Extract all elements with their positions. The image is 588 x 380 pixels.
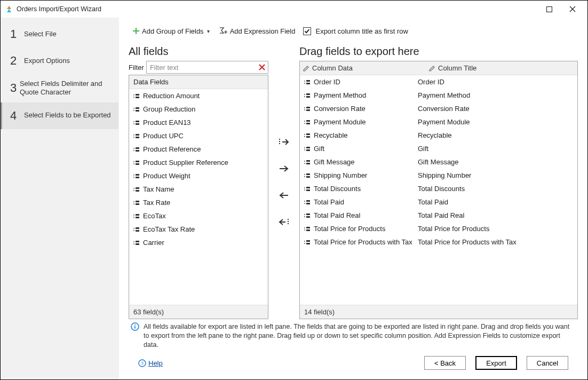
field-label: Reduction Amount [143, 92, 200, 100]
field-item[interactable]: EcoTax Tax Rate [129, 223, 268, 236]
wizard-step-3[interactable]: 3Select Fields Delimiter and Quote Chara… [1, 74, 118, 102]
all-fields-count: 63 field(s) [129, 305, 268, 319]
first-row-label[interactable]: Export column title as first row [315, 27, 408, 35]
drag-handle-icon [303, 78, 311, 86]
wizard-steps-sidebar: 1Select File2Export Options3Select Field… [1, 18, 119, 379]
add-group-label: Add Group of Fields [142, 27, 204, 35]
cancel-button[interactable]: Cancel [527, 356, 568, 370]
svg-rect-16 [136, 137, 139, 138]
drag-handle-icon [132, 106, 140, 113]
field-item[interactable]: Tax Name [129, 183, 268, 196]
svg-rect-28 [136, 177, 139, 178]
column-title-value: Total Discounts [418, 185, 465, 193]
svg-point-34 [133, 203, 134, 204]
back-button[interactable]: < Back [424, 356, 466, 370]
filter-row: Filter [129, 61, 268, 74]
column-data-value: Total Paid [314, 198, 344, 206]
svg-point-82 [304, 189, 305, 191]
pencil-icon [303, 65, 309, 72]
field-item[interactable]: Product Supplier Reference [129, 156, 268, 169]
column-data-header[interactable]: Column Data [300, 61, 426, 75]
svg-rect-52 [306, 83, 310, 84]
svg-point-21 [133, 161, 134, 162]
svg-rect-24 [136, 163, 139, 165]
svg-rect-51 [306, 80, 310, 82]
field-item[interactable]: EcoTax [129, 209, 268, 223]
add-group-button[interactable]: Add Group of Fields ▾ [129, 25, 213, 38]
drag-handle-icon [303, 239, 311, 246]
wizard-step-1[interactable]: 1Select File [1, 21, 118, 48]
svg-point-50 [304, 83, 305, 84]
export-field-row[interactable]: Gift MessageGift Message [300, 155, 577, 169]
export-field-row[interactable]: Shipping NumberShipping Number [300, 169, 577, 182]
column-title-header[interactable]: Column Title [426, 61, 577, 75]
svg-rect-75 [306, 160, 310, 162]
field-item[interactable]: Tax Rate [129, 196, 268, 209]
svg-point-13 [133, 134, 134, 136]
remove-all-button[interactable] [276, 216, 291, 228]
svg-point-49 [304, 81, 305, 82]
filter-input[interactable] [146, 61, 268, 74]
export-field-row[interactable]: Total PaidTotal Paid [300, 195, 577, 209]
export-fields-list[interactable]: Order IDOrder IDPayment MethodPayment Me… [300, 75, 577, 305]
field-item[interactable]: Product Weight [129, 169, 268, 183]
export-fields-panel: Column Data Column Title Order IDOrder I… [299, 61, 578, 319]
add-expression-button[interactable]: Add Expression Field [216, 25, 299, 38]
close-button[interactable] [561, 1, 584, 17]
svg-point-77 [304, 174, 305, 175]
field-item[interactable]: Product EAN13 [129, 116, 268, 129]
field-item[interactable]: Reduction Amount [129, 89, 268, 102]
svg-rect-36 [136, 203, 139, 205]
column-data-value: Conversion Rate [314, 105, 365, 113]
svg-rect-31 [136, 187, 139, 189]
field-item[interactable]: Product UPC [129, 129, 268, 142]
export-field-row[interactable]: Order IDOrder ID [300, 75, 577, 89]
svg-point-61 [304, 121, 305, 122]
column-title-value: Gift [418, 145, 428, 153]
chevron-down-icon: ▾ [207, 28, 210, 34]
wizard-step-2[interactable]: 2Export Options [1, 48, 118, 74]
step-number: 1 [10, 27, 24, 41]
wizard-step-4[interactable]: 4Select Fields to be Exported [1, 102, 118, 129]
field-item[interactable]: Product Reference [129, 142, 268, 156]
field-label: Product Supplier Reference [143, 159, 228, 167]
remove-one-button[interactable] [276, 189, 291, 202]
drag-handle-icon [132, 146, 140, 153]
export-button[interactable]: Export [475, 356, 517, 370]
export-field-row[interactable]: Payment MethodPayment Method [300, 89, 577, 102]
add-all-button[interactable] [276, 136, 291, 148]
export-field-row[interactable]: Total DiscountsTotal Discounts [300, 182, 577, 195]
svg-point-18 [133, 150, 134, 151]
transfer-buttons [268, 44, 299, 319]
drag-handle-icon [132, 92, 140, 100]
drag-handle-icon [303, 185, 311, 193]
column-data-value: Recyclable [314, 131, 348, 139]
field-item[interactable]: Carrier [129, 236, 268, 249]
export-field-row[interactable]: Total Price for ProductsTotal Price for … [300, 222, 577, 235]
svg-rect-63 [306, 120, 310, 122]
clear-filter-button[interactable] [257, 62, 267, 73]
main-content: Add Group of Fields ▾ Add Expression Fie… [119, 18, 587, 379]
column-title-value: Total Price for Products with Tax [418, 238, 517, 246]
add-one-button[interactable] [276, 162, 291, 175]
export-field-row[interactable]: Payment ModulePayment Module [300, 115, 577, 129]
svg-rect-12 [136, 123, 139, 125]
help-link[interactable]: ? Help [138, 359, 163, 367]
field-item[interactable]: Group Reduction [129, 102, 268, 116]
export-field-row[interactable]: Conversion RateConversion Rate [300, 102, 577, 115]
column-data-value: Total Price for Products with Tax [314, 238, 412, 246]
all-fields-list[interactable]: Reduction AmountGroup ReductionProduct E… [129, 89, 268, 305]
maximize-button[interactable] [537, 1, 561, 17]
svg-rect-56 [306, 96, 310, 98]
filter-box [146, 61, 268, 74]
first-row-checkbox[interactable] [303, 27, 311, 35]
export-field-row[interactable]: GiftGift [300, 142, 577, 155]
column-title-value: Shipping Number [418, 171, 471, 179]
drag-handle-icon [303, 212, 311, 219]
step-number: 2 [10, 54, 24, 68]
export-field-row[interactable]: Total Price for Products with TaxTotal P… [300, 235, 577, 249]
export-field-row[interactable]: Total Paid RealTotal Paid Real [300, 209, 577, 222]
export-field-row[interactable]: RecyclableRecyclable [300, 129, 577, 142]
svg-rect-7 [136, 107, 139, 109]
svg-rect-35 [136, 201, 139, 202]
